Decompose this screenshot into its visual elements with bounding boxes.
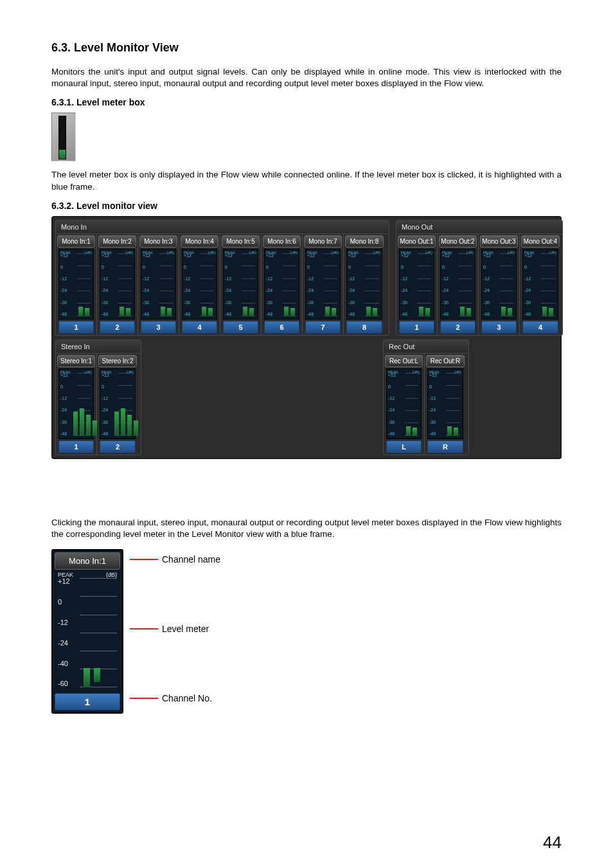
scale-tick: +12 bbox=[102, 373, 109, 377]
scale-tick: -12 bbox=[483, 276, 491, 281]
scale-tick: -36 bbox=[184, 300, 191, 305]
channel-stereo_in-2[interactable]: Stereo In:2PEAK(dB)+120-12-24-36-482 bbox=[97, 354, 138, 455]
level-meter: PEAK(dB)+120-12-24-36-48 bbox=[100, 368, 136, 439]
channel-number: 4 bbox=[522, 321, 558, 334]
group-title-mono-out: Mono Out bbox=[396, 221, 562, 234]
channel-mono_out-4[interactable]: Mono Out:4PEAK(dB)+120-12-24-36-484 bbox=[520, 234, 561, 335]
heading-632: 6.3.2. Level monitor view bbox=[51, 201, 562, 211]
scale-tick: -24 bbox=[58, 640, 70, 647]
scale-tick: -12 bbox=[348, 276, 356, 281]
scale-tick: +12 bbox=[483, 253, 491, 258]
scale-tick: 0 bbox=[58, 599, 70, 606]
channel-number: 8 bbox=[346, 321, 382, 334]
channel-mono_in-6[interactable]: Mono In:6PEAK(dB)+120-12-24-36-486 bbox=[262, 234, 303, 335]
scale-tick: -24 bbox=[143, 288, 150, 293]
scale-tick: +12 bbox=[429, 373, 437, 377]
scale-tick: -12 bbox=[388, 396, 396, 401]
scale-tick: +12 bbox=[60, 253, 68, 258]
scale-tick: 0 bbox=[307, 265, 315, 269]
level-meter: PEAK(dB)+120-12-24-36-48 bbox=[141, 249, 176, 320]
scale-tick: +12 bbox=[266, 253, 274, 258]
scale-tick: -24 bbox=[102, 288, 109, 293]
scale-tick: -36 bbox=[266, 300, 274, 305]
scale-tick: 0 bbox=[524, 265, 532, 269]
page-number: 44 bbox=[543, 833, 562, 853]
scale-tick: -48 bbox=[60, 312, 68, 316]
annotated-channel-name: Mono In:1 bbox=[55, 552, 120, 570]
scale-tick: -24 bbox=[102, 408, 109, 412]
channel-number: 3 bbox=[481, 321, 517, 334]
channel-rec_out-L[interactable]: Rec Out:LPEAK(dB)+120-12-24-36-48L bbox=[384, 354, 425, 455]
channel-stereo_in-1[interactable]: Stereo In:1PEAK(dB)+120-12-24-36-481 bbox=[56, 354, 97, 455]
scale-tick: -12 bbox=[60, 276, 68, 281]
channel-mono_in-4[interactable]: Mono In:4PEAK(dB)+120-12-24-36-484 bbox=[179, 234, 220, 335]
scale-tick: -36 bbox=[102, 300, 109, 305]
channel-mono_in-5[interactable]: Mono In:5PEAK(dB)+120-12-24-36-485 bbox=[220, 234, 262, 335]
group-mono-in: Mono In Mono In:1PEAK(dB)+120-12-24-36-4… bbox=[55, 220, 389, 336]
scale-tick: +12 bbox=[58, 578, 70, 585]
level-meter: PEAK(dB)+120-12-24-36-48 bbox=[346, 249, 382, 320]
channel-name: Mono In:2 bbox=[98, 235, 136, 248]
level-meter: PEAK(dB)+120-12-24-36-48 bbox=[305, 249, 341, 320]
level-meter: PEAK(dB)+120-12-24-36-48 bbox=[522, 249, 558, 320]
channel-number: 1 bbox=[58, 440, 94, 453]
channel-mono_in-2[interactable]: Mono In:2PEAK(dB)+120-12-24-36-482 bbox=[97, 234, 138, 335]
callout-channel-no: Channel No. bbox=[130, 693, 220, 703]
channel-number: 7 bbox=[305, 321, 341, 334]
scale-tick: -24 bbox=[348, 288, 356, 293]
scale-tick: -48 bbox=[225, 312, 233, 316]
scale-tick: 0 bbox=[143, 265, 150, 269]
scale-tick: -12 bbox=[58, 619, 70, 626]
annotated-channel: Mono In:1 PEAK (dB) +120-12-24-40-60 1 C… bbox=[51, 549, 562, 714]
scale-tick: 0 bbox=[442, 265, 450, 269]
channel-name: Stereo In:1 bbox=[57, 355, 95, 367]
scale-tick: +12 bbox=[401, 253, 409, 258]
scale-tick: 0 bbox=[401, 265, 409, 269]
scale-tick: -24 bbox=[60, 288, 68, 293]
scale-tick: -24 bbox=[401, 288, 409, 293]
scale-tick: -24 bbox=[184, 288, 191, 293]
channel-number: 3 bbox=[141, 321, 176, 334]
scale-tick: -36 bbox=[348, 300, 356, 305]
channel-mono_out-1[interactable]: Mono Out:1PEAK(dB)+120-12-24-36-481 bbox=[396, 234, 438, 335]
scale-tick: -36 bbox=[143, 300, 150, 305]
scale-tick: -12 bbox=[102, 396, 109, 401]
scale-tick: -12 bbox=[442, 276, 450, 281]
scale-tick: -48 bbox=[102, 312, 109, 316]
scale-tick: -48 bbox=[266, 312, 274, 316]
scale-tick: 0 bbox=[225, 265, 233, 269]
scale-tick: -48 bbox=[388, 431, 396, 436]
scale-tick: 0 bbox=[483, 265, 491, 269]
channel-number: 5 bbox=[223, 321, 258, 334]
channel-mono_in-1[interactable]: Mono In:1PEAK(dB)+120-12-24-36-481 bbox=[56, 234, 97, 335]
scale-tick: -24 bbox=[60, 408, 68, 412]
channel-name: Mono Out:2 bbox=[439, 235, 477, 248]
scale-tick: -48 bbox=[102, 431, 109, 436]
channel-number: 1 bbox=[399, 321, 434, 334]
scale-tick: -48 bbox=[429, 431, 437, 436]
scale-tick: -12 bbox=[184, 276, 191, 281]
scale-tick: -48 bbox=[184, 312, 191, 316]
channel-mono_in-8[interactable]: Mono In:8PEAK(dB)+120-12-24-36-488 bbox=[344, 234, 385, 335]
channel-mono_out-2[interactable]: Mono Out:2PEAK(dB)+120-12-24-36-482 bbox=[438, 234, 479, 335]
scale-tick: -24 bbox=[225, 288, 233, 293]
para-631: The level meter box is only displayed in… bbox=[51, 169, 562, 192]
scale-tick: -24 bbox=[524, 288, 532, 293]
scale-tick: -36 bbox=[429, 420, 437, 424]
channel-number: 6 bbox=[264, 321, 299, 334]
scale-tick: -48 bbox=[143, 312, 150, 316]
scale-tick: +12 bbox=[307, 253, 315, 258]
channel-mono_in-7[interactable]: Mono In:7PEAK(dB)+120-12-24-36-487 bbox=[303, 234, 344, 335]
scale-tick: 0 bbox=[429, 384, 437, 389]
channel-name: Mono In:3 bbox=[139, 235, 177, 248]
scale-tick: -24 bbox=[483, 288, 491, 293]
group-mono-out: Mono Out Mono Out:1PEAK(dB)+120-12-24-36… bbox=[396, 220, 563, 336]
channel-mono_out-3[interactable]: Mono Out:3PEAK(dB)+120-12-24-36-483 bbox=[479, 234, 520, 335]
channel-rec_out-R[interactable]: Rec Out:RPEAK(dB)+120-12-24-36-48R bbox=[425, 354, 466, 455]
scale-tick: -36 bbox=[442, 300, 450, 305]
scale-tick: -36 bbox=[524, 300, 532, 305]
channel-mono_in-3[interactable]: Mono In:3PEAK(dB)+120-12-24-36-483 bbox=[138, 234, 179, 335]
channel-name: Rec Out:R bbox=[426, 355, 465, 367]
scale-tick: -12 bbox=[401, 276, 409, 281]
scale-tick: -36 bbox=[307, 300, 315, 305]
